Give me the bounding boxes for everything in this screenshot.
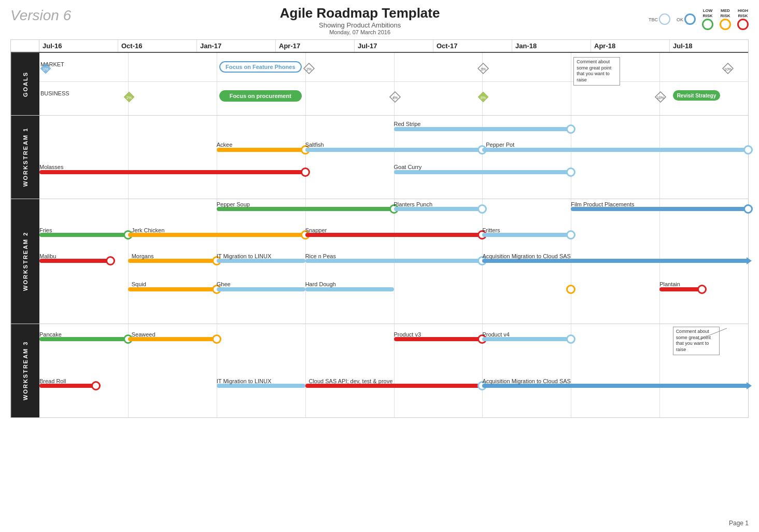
ws1-label: WORKSTREAM 1 xyxy=(11,116,39,199)
molasses-endpoint xyxy=(301,167,310,177)
date-jul17: Jul-17 xyxy=(355,40,433,52)
svg-text:2%: 2% xyxy=(126,96,132,100)
squid-label: Squid xyxy=(132,281,146,287)
acquisition-migration-label: Acquisition Migration to Cloud SAS xyxy=(482,253,571,259)
hard-dough-bar xyxy=(305,287,394,291)
planters-punch-bar xyxy=(394,207,483,211)
ws1-content: Red Stripe Ackee Saltfish Pepper Pot Mol… xyxy=(39,116,748,199)
product-v4-bar xyxy=(482,337,571,341)
main-title: Agile Roadmap Template xyxy=(71,5,649,21)
diamond-1pct: 1% xyxy=(39,62,52,77)
subtitle: Showing Product Ambitions xyxy=(71,21,649,29)
acq-migration-ws3-label: Acquisition Migration to Cloud SAS xyxy=(482,378,571,384)
date-apr17: Apr-17 xyxy=(276,40,355,52)
timeline-container: Jul-16 Oct-16 Jan-17 Apr-17 Jul-17 Oct-1… xyxy=(10,39,749,418)
legend: TBC OK LOW RISK MED RISK HIGH RISK xyxy=(649,5,749,31)
date-jan18: Jan-18 xyxy=(512,40,591,52)
goat-curry-endpoint xyxy=(566,167,575,177)
timeline-label-spacer xyxy=(11,40,39,52)
hard-dough-endpoint xyxy=(566,285,575,294)
goat-curry-label: Goat Curry xyxy=(394,164,422,170)
business-label: BUSINESS xyxy=(40,90,69,96)
ghee-bar xyxy=(217,287,305,291)
svg-text:2%: 2% xyxy=(306,67,312,71)
diamond-8pct: 8% xyxy=(477,91,489,105)
it-migration-bar xyxy=(217,259,305,263)
snapper-bar xyxy=(305,233,483,237)
diamond-3pct: 3% xyxy=(477,62,489,77)
diamond-2pct-market: 2% xyxy=(303,62,315,77)
legend-low-circle xyxy=(702,19,713,30)
legend-tbc-circle xyxy=(659,13,670,25)
snapper-label: Snapper xyxy=(305,227,327,233)
saltfish-bar xyxy=(305,148,483,152)
diamond-10pct-market: 10% xyxy=(722,62,734,77)
date-apr18: Apr-18 xyxy=(591,40,670,52)
date-jul18: Jul-18 xyxy=(670,40,748,52)
revisit-strategy-button[interactable]: Revisit Strategy xyxy=(673,90,721,101)
legend-ok-label: OK xyxy=(677,17,683,22)
it-migration-ws3-label: IT Migration to LINUX xyxy=(217,378,272,384)
acq-migration-ws3-arrow xyxy=(747,382,752,389)
diamond-4pct: 4% xyxy=(389,91,401,105)
seaweed-bar xyxy=(128,337,217,341)
diamond-10pct-business: 10% xyxy=(654,91,667,105)
fries-bar xyxy=(39,233,128,237)
film-placements-label: Film Product Placements xyxy=(571,201,634,207)
focus-procurement-bar[interactable]: Focus on procurement xyxy=(219,90,302,102)
goals-section: GOALS MARKET BUSINESS 1% xyxy=(11,53,748,116)
squid-bar xyxy=(128,287,217,291)
date-label: Monday, 07 March 2016 xyxy=(71,29,649,35)
diamond-2pct-business: 2% xyxy=(123,91,135,105)
pepper-soup-label: Pepper Soup xyxy=(217,201,250,207)
date-jul16: Jul-16 xyxy=(39,40,118,52)
molasses-label: Molasses xyxy=(39,164,63,170)
planters-punch-endpoint xyxy=(477,204,487,214)
pepper-soup-bar xyxy=(217,207,394,211)
legend-high-circle xyxy=(737,19,749,30)
product-v3-bar xyxy=(394,337,483,341)
focus-feature-phones-bar[interactable]: Focus on Feature Phones xyxy=(219,61,302,73)
pepper-pot-label: Pepper Pot xyxy=(486,142,514,148)
comment-box-ws3: Comment about some great point that you … xyxy=(673,327,720,355)
pancake-bar xyxy=(39,337,128,341)
bread-roll-label: Bread Roll xyxy=(39,378,66,384)
jerk-chicken-bar xyxy=(128,233,305,237)
date-oct17: Oct-17 xyxy=(433,40,512,52)
legend-tbc-label: TBC xyxy=(649,17,658,22)
fritters-endpoint xyxy=(566,230,575,240)
saltfish-label: Saltfish xyxy=(305,142,324,148)
rice-peas-label: Rice n Peas xyxy=(305,253,336,259)
fritters-bar xyxy=(482,233,571,237)
date-oct16: Oct-16 xyxy=(118,40,197,52)
svg-text:10%: 10% xyxy=(724,67,732,71)
ws1-section: WORKSTREAM 1 Red Stripe Ackee xyxy=(11,116,748,199)
red-stripe-label: Red Stripe xyxy=(394,121,421,127)
version-label: Version 6 xyxy=(10,5,71,24)
comment-box-market: Comment about some great point that you … xyxy=(573,57,620,86)
film-placements-endpoint xyxy=(743,204,753,214)
page-number: Page 1 xyxy=(729,520,749,527)
pepper-pot-bar xyxy=(482,148,748,152)
malibu-endpoint xyxy=(106,256,115,265)
cloud-sas-api-bar xyxy=(305,384,483,388)
fritters-label: Fritters xyxy=(482,227,500,233)
malibu-label: Malibu xyxy=(39,253,56,259)
molasses-bar xyxy=(39,170,305,174)
plantain-label: Plantain xyxy=(659,281,680,287)
it-migration-ws3-bar xyxy=(217,384,305,388)
product-v3-label: Product v3 xyxy=(394,331,421,338)
ws2-label: WORKSTREAM 2 xyxy=(11,199,39,324)
legend-med-circle xyxy=(720,19,731,30)
malibu-bar xyxy=(39,259,110,263)
date-jan17: Jan-17 xyxy=(197,40,276,52)
bread-roll-bar xyxy=(39,384,96,388)
fries-label: Fries xyxy=(39,227,52,233)
ws2-content: Pepper Soup Planters Punch Film Product … xyxy=(39,199,748,324)
rice-peas-bar xyxy=(305,259,483,263)
product-v4-endpoint xyxy=(566,334,575,344)
goals-content: MARKET BUSINESS 1% Focus on Feature Phon… xyxy=(39,53,748,115)
seaweed-endpoint xyxy=(212,334,221,344)
ghee-label: Ghee xyxy=(217,281,231,287)
plantain-bar xyxy=(659,287,702,291)
